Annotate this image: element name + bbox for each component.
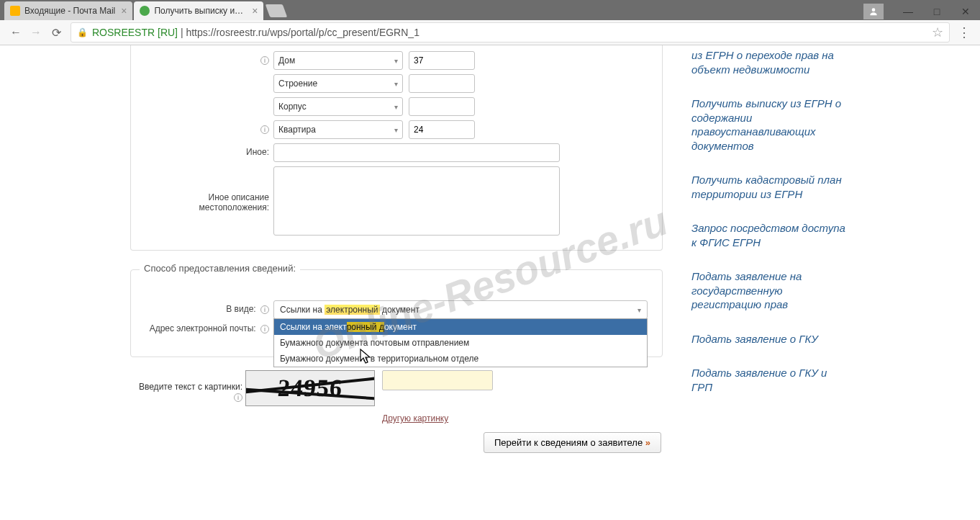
captcha-refresh-link[interactable]: Другую картинку bbox=[382, 413, 493, 423]
format-dropdown: Ссылки на электронный документ Бумажного… bbox=[273, 318, 648, 367]
dropdown-option-post[interactable]: Бумажного документа почтовым отправление… bbox=[274, 335, 647, 351]
maximize-button[interactable]: □ bbox=[922, 3, 951, 20]
window-controls: — □ ✕ bbox=[863, 3, 980, 20]
mail-favicon bbox=[10, 6, 20, 16]
korpus-select[interactable]: Корпус ▾ bbox=[273, 97, 403, 116]
format-label: В виде: i bbox=[144, 300, 273, 314]
other-desc-row: Иное описание местоположения: bbox=[144, 166, 649, 236]
info-icon[interactable]: i bbox=[260, 56, 269, 65]
address-bar[interactable]: 🔒 ROSREESTR [RU] | https://rosreestr.ru/… bbox=[71, 22, 950, 42]
browser-menu-button[interactable]: ⋮ bbox=[954, 24, 974, 40]
submit-button[interactable]: Перейти к сведениям о заявителе » bbox=[484, 432, 661, 453]
back-button[interactable]: ← bbox=[6, 22, 26, 42]
house-info: i bbox=[144, 51, 273, 65]
browser-chrome: Входящие - Почта Mail × Получить выписку… bbox=[0, 0, 980, 45]
page-content: Online-Resource.ru i Дом ▾ Строение bbox=[0, 45, 980, 520]
sidebar: из ЕГРН о переходе прав на объект недвиж… bbox=[691, 45, 850, 453]
korpus-row: Корпус ▾ bbox=[144, 97, 649, 116]
chevron-down-icon: ▾ bbox=[638, 306, 641, 314]
forward-button[interactable]: → bbox=[26, 22, 46, 42]
delivery-legend: Способ предоставления сведений: bbox=[140, 263, 300, 274]
double-arrow-icon: » bbox=[645, 437, 650, 448]
lock-icon: 🔒 bbox=[77, 27, 88, 37]
chevron-down-icon: ▾ bbox=[394, 126, 398, 134]
tab-bar: Входящие - Почта Mail × Получить выписку… bbox=[0, 0, 980, 20]
house-input[interactable] bbox=[409, 51, 475, 70]
building-select[interactable]: Строение ▾ bbox=[273, 74, 403, 93]
info-icon[interactable]: i bbox=[234, 393, 242, 402]
side-link-transfer[interactable]: из ЕГРН о переходе прав на объект недвиж… bbox=[691, 48, 850, 76]
address-section: i Дом ▾ Строение ▾ bbox=[130, 45, 663, 251]
tab-rosreestr[interactable]: Получить выписку из ЕГ × bbox=[134, 1, 263, 20]
dropdown-option-office[interactable]: Бумажного документа в территориальном от… bbox=[274, 351, 647, 367]
side-link-gku[interactable]: Подать заявление о ГКУ bbox=[691, 332, 850, 346]
user-avatar-button[interactable] bbox=[863, 4, 884, 19]
chevron-down-icon: ▾ bbox=[394, 57, 398, 65]
select-value: Строение bbox=[278, 79, 317, 89]
submit-label: Перейти к сведениям о заявителе bbox=[494, 437, 643, 448]
close-window-button[interactable]: ✕ bbox=[951, 3, 980, 20]
other-desc-label: Иное описание местоположения: bbox=[144, 166, 273, 212]
other-row: Иное: bbox=[144, 143, 649, 162]
captcha-image: 24956 bbox=[245, 370, 375, 406]
tab-close-icon[interactable]: × bbox=[252, 5, 258, 17]
other-desc-textarea[interactable] bbox=[273, 166, 560, 236]
dropdown-option-elink[interactable]: Ссылки на электронный документ bbox=[274, 319, 647, 335]
tab-title: Входящие - Почта Mail bbox=[24, 6, 115, 16]
side-link-docs[interactable]: Получить выписку из ЕГРН о содержании пр… bbox=[691, 97, 850, 153]
apt-info: i bbox=[144, 120, 273, 134]
apartment-row: i Квартира ▾ bbox=[144, 120, 649, 139]
other-input[interactable] bbox=[273, 143, 560, 162]
url-path: | https://rosreestr.ru/wps/portal/p/cc_p… bbox=[178, 27, 419, 38]
info-icon[interactable]: i bbox=[260, 125, 269, 134]
rosreestr-favicon bbox=[140, 6, 150, 16]
select-value: Квартира bbox=[278, 125, 316, 135]
svg-point-0 bbox=[872, 8, 876, 12]
apartment-select[interactable]: Квартира ▾ bbox=[273, 120, 403, 139]
side-link-gku-grp[interactable]: Подать заявление о ГКУ и ГРП bbox=[691, 366, 850, 394]
minimize-button[interactable]: — bbox=[894, 3, 922, 20]
side-link-fgis[interactable]: Запрос посредством доступа к ФГИС ЕГРН bbox=[691, 221, 850, 249]
main-form: i Дом ▾ Строение ▾ bbox=[130, 45, 663, 453]
tab-title: Получить выписку из ЕГ bbox=[154, 6, 246, 16]
delivery-section: Способ предоставления сведений: В виде: … bbox=[130, 269, 663, 357]
other-label: Иное: bbox=[144, 143, 273, 157]
captcha-row: Введите текст с картинки: i 24956 Другую… bbox=[130, 370, 663, 423]
format-select[interactable]: Ссылки на электронный документ ▾ Ссылки … bbox=[273, 300, 648, 319]
tab-mail[interactable]: Входящие - Почта Mail × bbox=[4, 1, 132, 20]
house-row: i Дом ▾ bbox=[144, 51, 649, 70]
building-input[interactable] bbox=[409, 74, 475, 93]
chevron-down-icon: ▾ bbox=[394, 80, 398, 88]
info-icon[interactable]: i bbox=[260, 305, 269, 314]
format-value: Ссылки на электронный документ bbox=[280, 305, 419, 315]
url-host: ROSREESTR [RU] bbox=[92, 27, 178, 38]
reload-button[interactable]: ⟳ bbox=[46, 22, 66, 42]
new-tab-button[interactable] bbox=[266, 4, 288, 17]
captcha-label: Введите текст с картинки: i bbox=[130, 370, 245, 402]
select-value: Корпус bbox=[278, 102, 307, 112]
chevron-down-icon: ▾ bbox=[394, 103, 398, 111]
submit-row: Перейти к сведениям о заявителе » bbox=[130, 432, 663, 453]
select-value: Дом bbox=[278, 55, 295, 66]
email-label: Адрес электронной почты: i bbox=[144, 323, 273, 333]
tab-close-icon[interactable]: × bbox=[121, 5, 127, 17]
captcha-input[interactable] bbox=[382, 370, 493, 390]
bookmark-star-icon[interactable]: ☆ bbox=[932, 24, 943, 40]
building-row: Строение ▾ bbox=[144, 74, 649, 93]
nav-bar: ← → ⟳ 🔒 ROSREESTR [RU] | https://rosrees… bbox=[0, 20, 980, 45]
side-link-register[interactable]: Подать заявление на государственную реги… bbox=[691, 269, 850, 312]
house-select[interactable]: Дом ▾ bbox=[273, 51, 403, 70]
korpus-input[interactable] bbox=[409, 97, 475, 116]
info-icon[interactable]: i bbox=[260, 325, 269, 333]
apartment-input[interactable] bbox=[409, 120, 475, 139]
side-link-cadastral[interactable]: Получить кадастровый план территории из … bbox=[691, 173, 850, 201]
